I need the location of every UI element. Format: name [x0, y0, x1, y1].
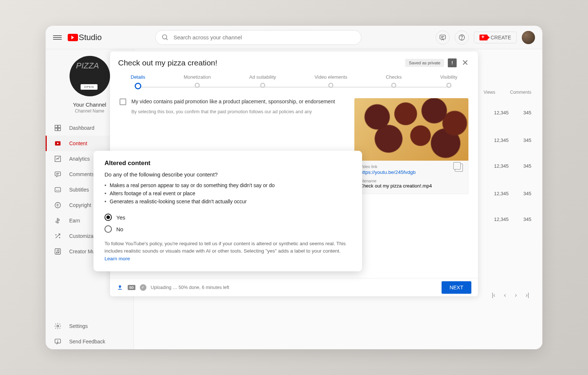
cell-comments: 345: [523, 163, 531, 169]
sidebar-item-label: Copyright: [69, 202, 91, 208]
sidebar-item-label: Analytics: [69, 156, 90, 162]
filename-label: Filename: [360, 179, 463, 183]
youtube-icon: [68, 34, 78, 41]
check-circle-icon: ✓: [140, 284, 146, 291]
altered-bullet: Alters footage of a real event or place: [110, 189, 351, 197]
subtitles-icon: [54, 186, 62, 194]
table-row[interactable]: 12,345 345: [494, 163, 531, 169]
svg-rect-16: [55, 188, 61, 192]
sidebar-item-label: Send Feedback: [69, 339, 105, 344]
paid-promo-checkbox[interactable]: [120, 99, 126, 105]
search-icon: [162, 34, 169, 41]
radio-icon: [105, 214, 112, 221]
svg-rect-13: [55, 172, 61, 176]
account-avatar[interactable]: [522, 31, 535, 44]
altered-content-popup: Altered content Do any of the following …: [93, 151, 362, 271]
page-last-icon[interactable]: ›|: [526, 292, 529, 299]
cell-views: 12,345: [494, 163, 509, 169]
step-video-elements[interactable]: Video elements: [315, 74, 347, 89]
app-window: Studio CREATE Your Channel C: [46, 26, 542, 349]
logo-text: Studio: [79, 33, 102, 42]
step-monetization[interactable]: Monetization: [184, 74, 211, 89]
gear-icon: [54, 322, 62, 330]
svg-point-24: [58, 252, 59, 253]
table-row[interactable]: 12,345 345: [494, 217, 531, 222]
preview-meta: Video link https://youtu.be/245fvdgb Fil…: [354, 161, 468, 194]
paid-promo-subtext: By selecting this box, you confirm that …: [131, 109, 346, 115]
svg-point-19: [55, 203, 61, 208]
cell-views: 12,345: [494, 138, 509, 143]
channel-title: Your Channel: [73, 101, 106, 108]
table-row[interactable]: 12,345 345: [494, 191, 531, 196]
video-preview-thumb[interactable]: [354, 98, 468, 161]
table-row[interactable]: 12,345 345: [494, 110, 531, 115]
col-comments: Comments: [510, 90, 531, 95]
step-ad-suitability[interactable]: Ad suitability: [249, 74, 276, 89]
filename-value: Check out my pizza creation!.mp4: [360, 183, 463, 189]
learn-more-link[interactable]: Learn more: [105, 256, 130, 261]
cell-comments: 345: [523, 191, 531, 196]
svg-rect-10: [58, 128, 61, 131]
upload-header: Check out my pizza creation! Saved as pr…: [110, 51, 478, 74]
paid-promo-text: My video contains paid promotion like a …: [131, 98, 335, 105]
cell-views: 12,345: [494, 191, 509, 196]
altered-radio-no[interactable]: No: [105, 223, 351, 235]
dashboard-icon: [54, 124, 62, 132]
svg-rect-7: [55, 125, 58, 128]
close-icon[interactable]: ✕: [460, 58, 470, 68]
create-button[interactable]: CREATE: [474, 32, 517, 43]
menu-icon[interactable]: [53, 33, 62, 42]
altered-bullet: Makes a real person appear to say or do …: [110, 181, 351, 189]
altered-question: Do any of the following describe your co…: [105, 171, 351, 178]
upload-stepper: Details Monetization Ad suitability Vide…: [110, 74, 478, 92]
step-details[interactable]: Details: [131, 74, 145, 89]
search-bar[interactable]: [155, 30, 361, 45]
channel-avatar[interactable]: [70, 56, 110, 96]
sidebar-item-settings[interactable]: Settings: [46, 318, 134, 334]
step-checks[interactable]: Checks: [386, 74, 401, 89]
create-label: CREATE: [490, 35, 511, 40]
col-views: Views: [483, 90, 495, 95]
svg-point-21: [59, 237, 60, 238]
content-icon: [54, 139, 62, 147]
radio-label: No: [116, 226, 123, 232]
live-chat-icon[interactable]: [436, 31, 450, 44]
table-header: Views Comments: [483, 90, 531, 95]
analytics-icon: [54, 155, 62, 163]
help-icon[interactable]: [455, 31, 469, 44]
svg-rect-29: [118, 289, 122, 290]
sidebar-item-label: Subtitles: [69, 187, 89, 193]
saved-chip: Saved as private: [405, 59, 444, 67]
svg-line-1: [166, 38, 168, 40]
sidebar-item-feedback[interactable]: Send Feedback: [46, 334, 134, 349]
video-link-label: Video link: [360, 164, 463, 169]
page-prev-icon[interactable]: ‹: [504, 292, 506, 299]
page-first-icon[interactable]: |‹: [492, 292, 495, 299]
table-row[interactable]: 12,345 345: [494, 138, 531, 143]
pagination: |‹ ‹ › ›|: [492, 292, 529, 299]
search-input[interactable]: [173, 34, 355, 40]
studio-logo[interactable]: Studio: [68, 33, 102, 42]
svg-rect-2: [440, 35, 446, 39]
upload-status: Uploading … 50% done, 6 minutes left: [151, 285, 229, 290]
music-icon: [54, 247, 62, 256]
svg-point-20: [56, 235, 56, 235]
channel-subtitle: Channel Name: [75, 108, 104, 114]
page-next-icon[interactable]: ›: [515, 292, 517, 299]
paid-promo-row: My video contains paid promotion like a …: [120, 98, 346, 105]
step-visibility[interactable]: Visibility: [440, 74, 457, 89]
upload-icon: [117, 284, 123, 291]
cell-comments: 345: [523, 138, 531, 143]
sd-badge: SD: [128, 285, 135, 290]
altered-policy-text: To follow YouTube's policy, you're requi…: [105, 240, 351, 262]
svg-rect-22: [55, 249, 61, 254]
feedback-square-icon[interactable]: !: [448, 58, 457, 67]
next-button[interactable]: NEXT: [442, 281, 471, 294]
svg-point-6: [462, 39, 462, 39]
video-link[interactable]: https://youtu.be/245fvdgb: [360, 169, 463, 175]
copy-link-icon[interactable]: [455, 164, 463, 172]
altered-radio-yes[interactable]: Yes: [105, 211, 351, 223]
radio-icon: [105, 225, 112, 233]
svg-point-25: [57, 325, 59, 327]
svg-rect-8: [58, 125, 61, 128]
